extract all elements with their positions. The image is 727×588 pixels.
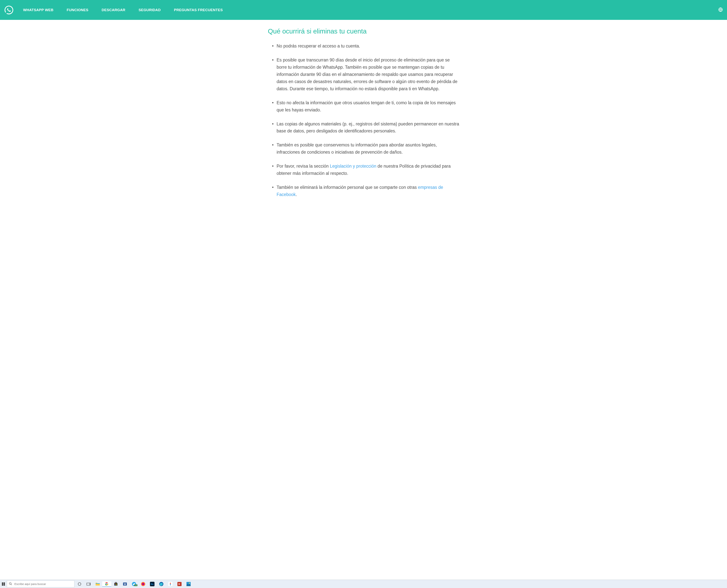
- taskbar-search-input[interactable]: [14, 582, 72, 586]
- taskbar-search[interactable]: [7, 581, 75, 587]
- nav-faq[interactable]: PREGUNTAS FRECUENTES: [174, 8, 223, 12]
- list-item: No podrás recuperar el acceso a tu cuent…: [268, 43, 459, 50]
- svg-point-7: [78, 583, 81, 585]
- taskbar-icon-tray: W 710 Ps: [75, 580, 193, 588]
- main-nav: WHATSAPP WEB FUNCIONES DESCARGAR SEGURID…: [23, 8, 368, 12]
- whatsapp-logo-icon[interactable]: [4, 5, 14, 15]
- svg-rect-4: [2, 584, 3, 586]
- list-item: Por favor, revisa la sección Legislación…: [268, 163, 459, 177]
- edge-button[interactable]: [157, 582, 166, 587]
- word-button[interactable]: W: [120, 582, 129, 587]
- windows-taskbar: W 710 Ps: [0, 580, 727, 588]
- page-scroll-area[interactable]: WHATSAPP WEB FUNCIONES DESCARGAR SEGURID…: [0, 0, 727, 580]
- photos-button[interactable]: [184, 582, 193, 587]
- task-view-button[interactable]: [84, 582, 93, 587]
- start-button[interactable]: [0, 580, 7, 588]
- task-view-icon: [86, 582, 91, 587]
- svg-point-6: [9, 583, 11, 584]
- svg-rect-8: [87, 583, 90, 585]
- nav-funciones[interactable]: FUNCIONES: [67, 8, 88, 12]
- bullet-list: No podrás recuperar el acceso a tu cuent…: [268, 43, 459, 198]
- photoshop-button[interactable]: Ps: [148, 582, 157, 587]
- list-item: Las copias de algunos materiales (p. ej.…: [268, 121, 459, 135]
- file-explorer-icon: [95, 582, 100, 587]
- svg-point-30: [189, 583, 190, 584]
- telegram-button[interactable]: 710: [129, 582, 139, 587]
- language-globe-icon[interactable]: [718, 7, 723, 13]
- svg-rect-5: [4, 584, 5, 586]
- ms-store-button[interactable]: [111, 582, 120, 587]
- page-title: Qué ocurrirá si eliminas tu cuenta: [268, 27, 459, 35]
- svg-rect-3: [4, 583, 5, 584]
- screenpresso-icon: [168, 582, 173, 587]
- site-header: WHATSAPP WEB FUNCIONES DESCARGAR SEGURID…: [0, 0, 727, 20]
- list-item: También se eliminará la información pers…: [268, 184, 459, 198]
- photoshop-icon: Ps: [150, 582, 155, 587]
- svg-text:Ps: Ps: [151, 583, 153, 585]
- chrome-icon: [104, 581, 109, 586]
- svg-rect-17: [115, 584, 116, 585]
- article-content: Qué ocurrirá si eliminas tu cuenta No po…: [264, 20, 463, 216]
- nav-whatsapp-web[interactable]: WHATSAPP WEB: [23, 8, 54, 12]
- svg-rect-13: [114, 583, 118, 586]
- list-item: También es posible que conservemos tu in…: [268, 142, 459, 156]
- chrome-button[interactable]: [102, 581, 111, 587]
- svg-rect-18: [116, 584, 117, 585]
- nav-descargar[interactable]: DESCARGAR: [102, 8, 125, 12]
- inline-link[interactable]: empresas de Facebook: [277, 185, 443, 197]
- svg-text:W: W: [124, 583, 126, 586]
- file-explorer-button[interactable]: [93, 582, 102, 587]
- search-icon: [9, 582, 12, 586]
- screenpresso-button[interactable]: [166, 582, 175, 587]
- svg-rect-2: [2, 583, 3, 584]
- cortana-button[interactable]: [75, 582, 84, 587]
- list-item: Esto no afecta la información que otros …: [268, 99, 459, 114]
- word-icon: W: [122, 582, 127, 587]
- firefox-button[interactable]: [139, 582, 148, 587]
- telegram-badge: 710: [134, 584, 138, 586]
- firefox-icon: [141, 582, 146, 587]
- ms-store-icon: [114, 582, 118, 587]
- photos-icon: [186, 582, 191, 587]
- svg-rect-15: [115, 584, 116, 584]
- cortana-icon: [77, 582, 82, 587]
- recorder-icon: [177, 582, 182, 587]
- edge-icon: [159, 582, 164, 587]
- svg-rect-16: [116, 584, 117, 584]
- svg-point-23: [142, 583, 144, 585]
- svg-rect-9: [96, 583, 100, 584]
- inline-link[interactable]: Legislación y protección: [330, 164, 376, 169]
- svg-rect-14: [115, 582, 117, 583]
- list-item: Es posible que transcurran 90 días desde…: [268, 57, 459, 92]
- nav-seguridad[interactable]: SEGURIDAD: [139, 8, 161, 12]
- recorder-button[interactable]: [175, 582, 184, 587]
